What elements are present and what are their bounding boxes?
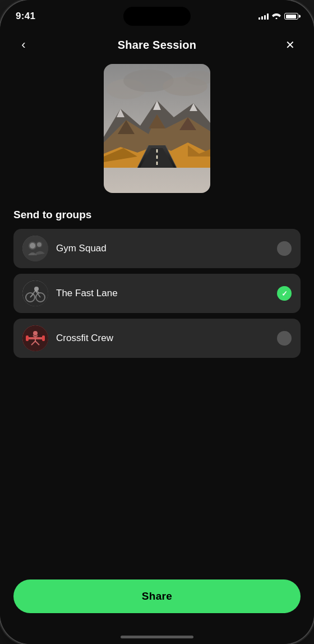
- gym-squad-name: Gym Squad: [56, 243, 277, 254]
- battery-icon: [284, 13, 298, 20]
- crossfit-crew-avatar: [22, 325, 48, 351]
- home-indicator: [0, 636, 314, 644]
- svg-point-25: [30, 243, 35, 249]
- svg-point-34: [34, 287, 39, 291]
- svg-point-39: [33, 331, 38, 335]
- status-time: 9:41: [16, 11, 35, 22]
- svg-point-28: [22, 280, 48, 306]
- content-area: Send to groups: [0, 64, 314, 571]
- share-button-container: Share: [0, 571, 314, 636]
- nav-header: ‹ Share Session ✕: [0, 29, 314, 64]
- session-image-container: [13, 64, 301, 193]
- group-item-fast-lane[interactable]: The Fast Lane ✓: [13, 274, 301, 313]
- svg-rect-38: [42, 335, 45, 341]
- back-button[interactable]: ‹: [13, 35, 34, 55]
- fast-lane-toggle[interactable]: ✓: [277, 286, 292, 301]
- close-button[interactable]: ✕: [280, 35, 301, 55]
- groups-section: Send to groups: [13, 209, 301, 358]
- group-item-crossfit[interactable]: Crossfit Crew: [13, 319, 301, 358]
- crossfit-crew-name: Crossfit Crew: [56, 333, 277, 344]
- fast-lane-name: The Fast Lane: [56, 288, 277, 299]
- close-icon: ✕: [285, 39, 295, 50]
- session-image: [104, 64, 210, 193]
- share-button[interactable]: Share: [13, 579, 301, 613]
- groups-title: Send to groups: [13, 209, 301, 221]
- gym-squad-avatar: [22, 236, 48, 261]
- signal-bars-icon: [258, 13, 269, 20]
- status-icons: [258, 12, 298, 21]
- svg-point-23: [22, 236, 48, 261]
- back-icon: ‹: [21, 39, 25, 51]
- crossfit-toggle[interactable]: [277, 331, 292, 346]
- gym-squad-toggle[interactable]: [277, 241, 292, 256]
- page-title: Share Session: [118, 39, 196, 52]
- home-bar: [121, 636, 193, 638]
- screen: 9:41: [0, 0, 314, 644]
- svg-rect-37: [26, 335, 29, 341]
- dynamic-island: [123, 7, 191, 26]
- svg-point-27: [37, 242, 41, 247]
- checkmark-icon: ✓: [281, 289, 288, 298]
- wifi-icon: [272, 12, 281, 21]
- group-item-gym-squad[interactable]: Gym Squad: [13, 229, 301, 268]
- fast-lane-avatar: [22, 280, 48, 306]
- phone-frame: 9:41: [0, 0, 314, 644]
